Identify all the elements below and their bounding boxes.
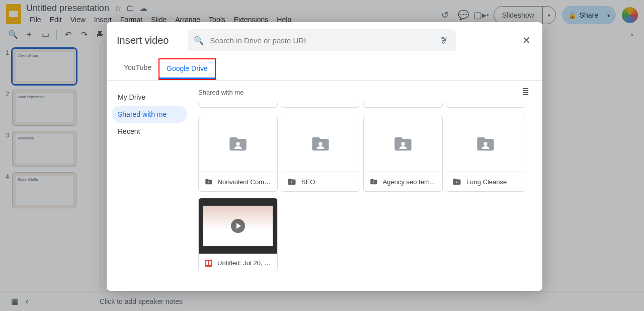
folder-card[interactable]: Agency seo templa… (363, 116, 443, 192)
list-view-icon[interactable]: ≣ (522, 87, 529, 98)
svg-point-6 (291, 182, 292, 183)
video-thumbnail (199, 198, 277, 254)
folder-label: Nonviolent Commu… (218, 178, 271, 186)
svg-point-7 (401, 142, 405, 145)
tab-google-drive[interactable]: Google Drive (159, 59, 215, 79)
dialog-title: Insert video (117, 35, 169, 46)
search-field-wrapper[interactable]: 🔍 (188, 29, 456, 51)
drive-section-label: Shared with me (198, 89, 244, 96)
shared-folder-icon (226, 134, 250, 154)
svg-point-9 (484, 142, 487, 145)
svg-point-0 (442, 37, 443, 39)
folder-card[interactable]: Nonviolent Commu… (198, 116, 278, 192)
svg-point-5 (318, 142, 322, 145)
shared-folder-icon (391, 134, 415, 154)
tab-youtube[interactable]: YouTube (117, 58, 158, 80)
svg-point-2 (443, 42, 444, 43)
drive-section-header: Shared with me ≣ (192, 81, 542, 101)
search-input[interactable] (210, 36, 432, 45)
svg-point-10 (456, 182, 457, 183)
drive-grid[interactable]: Nonviolent Commu… SEO Agency seo templa…… (192, 101, 542, 278)
video-label: Untitled: Jul 20, 202… (217, 259, 271, 267)
shared-folder-small-icon (205, 177, 213, 186)
partial-row (198, 103, 536, 108)
close-icon[interactable]: ✕ (520, 34, 532, 46)
folder-label: Lung Cleanse (466, 178, 507, 186)
folder-card[interactable]: SEO (281, 116, 360, 192)
folder-card-partial[interactable] (363, 103, 443, 108)
drive-sidebar: My Drive Shared with me Recent (107, 81, 192, 291)
drive-nav-recent[interactable]: Recent (112, 123, 187, 140)
folder-label: SEO (301, 178, 315, 186)
drive-nav-shared[interactable]: Shared with me (112, 106, 187, 123)
highlight-annotation: Google Drive (158, 58, 216, 80)
folder-card-partial[interactable] (446, 103, 525, 108)
insert-video-dialog: Insert video 🔍 ✕ YouTube Google Drive My… (107, 22, 542, 291)
shared-folder-icon (473, 134, 498, 154)
drive-content: Shared with me ≣ Nonviolent Commu… S (192, 81, 542, 291)
video-file-icon (205, 260, 212, 267)
search-icon: 🔍 (194, 36, 204, 45)
filter-icon[interactable] (438, 34, 450, 46)
svg-point-3 (236, 142, 239, 145)
svg-point-8 (373, 182, 374, 183)
folder-card-partial[interactable] (198, 103, 278, 108)
dialog-tabs: YouTube Google Drive (107, 58, 542, 81)
play-icon (231, 219, 245, 233)
dialog-header: Insert video 🔍 ✕ (107, 22, 542, 58)
folder-card[interactable]: Lung Cleanse (446, 116, 525, 192)
shared-folder-small-icon (287, 177, 296, 186)
folder-label: Agency seo templa… (383, 178, 436, 186)
shared-folder-small-icon (452, 177, 461, 186)
svg-point-1 (444, 40, 446, 41)
shared-folder-small-icon (370, 177, 378, 186)
drive-nav-my-drive[interactable]: My Drive (112, 89, 187, 106)
dialog-body: My Drive Shared with me Recent Shared wi… (107, 81, 542, 291)
folder-card-partial[interactable] (281, 103, 360, 108)
svg-point-4 (208, 182, 209, 183)
video-card[interactable]: Untitled: Jul 20, 202… (198, 198, 278, 272)
shared-folder-icon (308, 134, 333, 154)
